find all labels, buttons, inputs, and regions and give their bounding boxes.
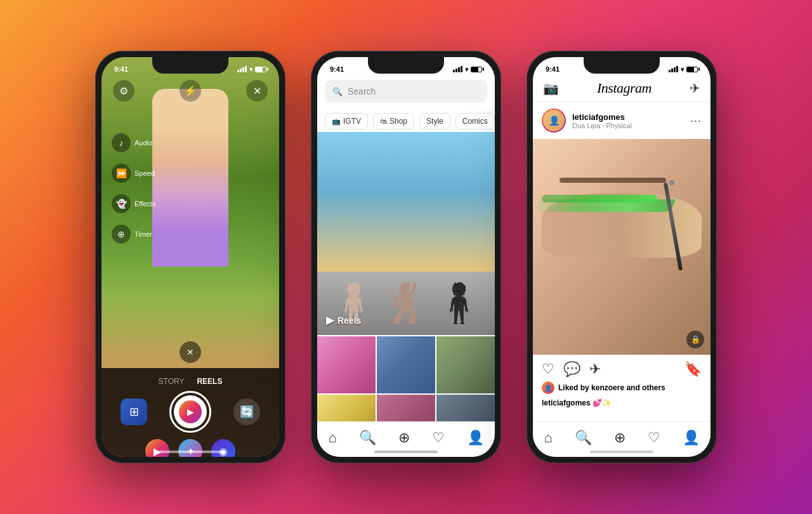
reels-mode[interactable]: REELS xyxy=(197,377,222,386)
flip-camera-button[interactable]: 🔄 xyxy=(233,399,260,425)
category-igtv[interactable]: 📺 IGTV xyxy=(325,113,368,129)
igtv-icon: 📺 xyxy=(332,117,341,126)
feed-screen: 📷 Instagram ✈ 👤 leticiafgomes Dua Lipa ·… xyxy=(533,57,710,457)
status-icons-1: ▾ xyxy=(237,66,266,73)
post-image: 🔒 xyxy=(533,139,710,355)
speed-control[interactable]: ⏩ Speed xyxy=(112,164,155,183)
post-username[interactable]: leticiafgomes xyxy=(572,112,684,122)
audio-control[interactable]: ♪ Audio xyxy=(112,133,155,152)
signal-icon-1 xyxy=(237,66,247,72)
heart-nav-2[interactable]: ♡ xyxy=(432,430,445,446)
caption-username[interactable]: leticiafgomes xyxy=(542,399,591,407)
timer-icon: ⊕ xyxy=(112,225,131,244)
igtv-label: IGTV xyxy=(343,117,361,126)
shop-icon: 🛍 xyxy=(380,117,387,125)
signal-icon-3 xyxy=(669,66,678,72)
settings-icon: ⚙ xyxy=(119,85,128,97)
cancel-icon: ✕ xyxy=(187,347,194,357)
heart-nav-3[interactable]: ♡ xyxy=(648,430,660,446)
camera-controls-left: ♪ Audio ⏩ Speed 👻 Effects ⊕ Timer xyxy=(112,133,155,244)
effects-row: ▶ ✦ ◉ xyxy=(102,433,279,457)
post-subtitle: Dua Lipa · Physical xyxy=(572,122,684,129)
category-comics[interactable]: Comics xyxy=(455,113,495,129)
send-icon[interactable]: ✈ xyxy=(690,81,700,96)
search-bar[interactable]: 🔍 Search xyxy=(325,80,487,103)
user-avatar[interactable]: 👤 xyxy=(542,109,566,133)
camera-mode-row: STORY REELS xyxy=(102,368,279,391)
battery-icon-3 xyxy=(686,67,698,72)
liker-name[interactable]: kenzoere xyxy=(591,383,624,392)
home-indicator-3 xyxy=(590,451,653,453)
camera-subject xyxy=(152,89,228,267)
story-mode[interactable]: STORY xyxy=(159,377,185,386)
search-nav-2[interactable]: 🔍 xyxy=(359,430,376,446)
home-nav-2[interactable]: ⌂ xyxy=(328,430,336,446)
reels-logo: ▶ xyxy=(179,400,202,423)
add-nav-3[interactable]: ⊕ xyxy=(614,430,625,446)
grid-item-3[interactable] xyxy=(436,336,495,393)
profile-nav-2[interactable]: 👤 xyxy=(467,430,484,446)
wifi-icon-2: ▾ xyxy=(465,66,468,73)
phone-3: 9:41 ▾ 📷 Instagram ✈ xyxy=(527,51,717,463)
search-nav-3[interactable]: 🔍 xyxy=(575,430,592,446)
battery-icon-2 xyxy=(471,67,482,72)
shop-label: Shop xyxy=(390,117,407,126)
effect-button-1[interactable]: ▶ xyxy=(145,439,169,457)
phone-2: 9:41 ▾ 🔍 Search � xyxy=(311,51,501,463)
grid-item-2[interactable] xyxy=(377,336,435,393)
reels-preview[interactable]: 🧍 🕺 🧍 ▶ Reels xyxy=(317,132,495,335)
speed-icon: ⏩ xyxy=(112,164,131,183)
effect-button-2[interactable]: ✦ xyxy=(178,439,202,457)
style-label: Style xyxy=(426,117,443,126)
phone-1: 9:41 ▾ ⚙ ⚡ xyxy=(95,51,285,463)
category-shop[interactable]: 🛍 Shop xyxy=(373,113,414,129)
dancer-3: 🧍 xyxy=(435,284,483,322)
post-user-info: leticiafgomes Dua Lipa · Physical xyxy=(572,112,684,129)
add-nav-2[interactable]: ⊕ xyxy=(398,430,410,446)
settings-button[interactable]: ⚙ xyxy=(113,80,134,102)
effects-label: Effects xyxy=(134,200,155,208)
cancel-button[interactable]: ✕ xyxy=(180,341,201,363)
share-button[interactable]: ✈ xyxy=(589,361,601,378)
post-actions: ♡ 💬 ✈ 🔖 xyxy=(533,355,710,380)
save-button[interactable]: 🔖 xyxy=(684,361,702,378)
signal-icon-2 xyxy=(453,66,462,72)
explore-content: 🧍 🕺 🧍 ▶ Reels xyxy=(317,132,495,457)
flash-button[interactable]: ⚡ xyxy=(180,80,201,102)
post-more-button[interactable]: ··· xyxy=(690,114,702,128)
camera-header-icon[interactable]: 📷 xyxy=(543,81,559,96)
home-nav-3[interactable]: ⌂ xyxy=(544,430,552,446)
status-icons-2: ▾ xyxy=(453,66,482,73)
category-style[interactable]: Style xyxy=(419,113,450,129)
close-icon: ✕ xyxy=(253,85,261,97)
speed-label: Speed xyxy=(134,169,155,177)
status-icons-3: ▾ xyxy=(669,66,698,73)
gallery-icon: ⊞ xyxy=(129,405,139,419)
comics-label: Comics xyxy=(462,117,488,126)
like-button[interactable]: ♡ xyxy=(542,361,554,378)
post-likes: 👤 Liked by kenzoere and others xyxy=(533,380,710,395)
shutter-button[interactable]: ▶ xyxy=(169,391,211,433)
caption-text: 💕✨ xyxy=(593,399,612,407)
likes-text: Liked by kenzoere and others xyxy=(558,383,665,392)
timer-control[interactable]: ⊕ Timer xyxy=(112,225,155,244)
battery-icon-1 xyxy=(255,67,266,72)
explore-screen: 🔍 Search 📺 IGTV 🛍 Shop Style Comics xyxy=(317,57,495,457)
comment-button[interactable]: 💬 xyxy=(563,361,580,378)
time-2: 9:41 xyxy=(330,65,344,73)
time-1: 9:41 xyxy=(114,65,128,73)
close-button[interactable]: ✕ xyxy=(246,80,268,102)
home-indicator-1 xyxy=(159,451,222,453)
dancer-2: 🕺 xyxy=(383,284,430,322)
effects-control[interactable]: 👻 Effects xyxy=(112,194,155,213)
grid-item-1[interactable] xyxy=(317,336,376,393)
effect-button-3[interactable]: ◉ xyxy=(211,439,235,457)
post-header: 👤 leticiafgomes Dua Lipa · Physical ··· xyxy=(533,102,710,139)
wifi-icon-1: ▾ xyxy=(249,66,252,73)
likes-avatar: 👤 xyxy=(542,381,554,394)
dancers-group: 🧍 🕺 🧍 xyxy=(317,157,495,335)
search-placeholder: Search xyxy=(348,86,376,96)
gallery-button[interactable]: ⊞ xyxy=(121,399,147,425)
profile-nav-3[interactable]: 👤 xyxy=(683,430,700,446)
reels-label: ▶ Reels xyxy=(326,314,361,326)
